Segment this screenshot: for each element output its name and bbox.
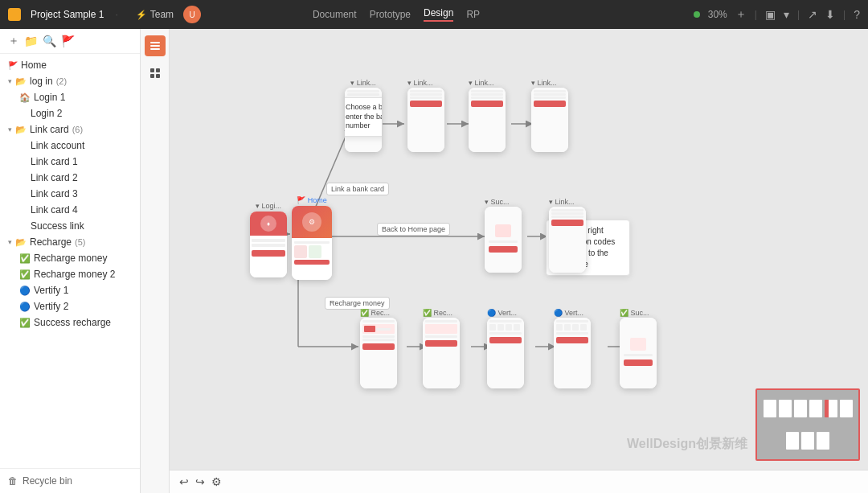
flag-button[interactable]: 🚩 — [61, 35, 75, 47]
divider3: | — [843, 9, 845, 20]
minimap-card — [840, 400, 853, 417]
download-icon[interactable]: ⬇ — [825, 8, 835, 21]
sidebar-item-vertify2[interactable]: 🔵 Vertify 2 — [0, 298, 140, 314]
node-home[interactable]: 🚩 Home ⚙ — [292, 196, 332, 280]
minimap-card — [825, 400, 837, 417]
recycle-icon: 🗑 — [8, 475, 18, 487]
linkcard-group-label: Link card — [30, 124, 69, 135]
sidebar-item-link-account[interactable]: Link account — [0, 138, 140, 154]
login-badge: (2) — [56, 76, 67, 86]
folder-icon2: 📂 — [15, 125, 27, 135]
callout-back-home: Back to Home page — [377, 223, 450, 236]
linkcard3-label: Link card 3 — [19, 188, 78, 199]
sidebar-item-linkcard4[interactable]: Link card 4 — [0, 202, 140, 218]
sidebar-item-login1[interactable]: 🏠 Login 1 — [0, 89, 140, 105]
design-canvas[interactable]: ▾ Logi... ♦ 🚩 Home ⚙ — [170, 29, 868, 493]
left-icon-panel — [141, 29, 170, 493]
help-icon[interactable]: ? — [854, 8, 860, 21]
recycle-bin-label: Recycle bin — [23, 475, 72, 487]
redo-button[interactable]: ↪ — [195, 475, 205, 488]
recharge-badge: (5) — [75, 237, 85, 247]
sidebar-item-recharge-money[interactable]: ✅ Recharge money — [0, 250, 140, 266]
node-link5[interactable]: ▾ Link... — [549, 198, 575, 207]
node-vert1[interactable]: 🔵 Vert... — [487, 309, 517, 318]
node-suc2[interactable]: ✅ Suc... — [620, 309, 649, 318]
folder-icon3: 📂 — [15, 237, 27, 248]
node-vert2[interactable]: 🔵 Vert... — [554, 309, 583, 318]
minimap — [755, 388, 860, 461]
monitor-icon[interactable]: ▣ — [765, 8, 776, 21]
svg-rect-2 — [150, 48, 160, 50]
login1-label: Login 1 — [34, 92, 65, 103]
search-button[interactable]: 🔍 — [43, 35, 56, 47]
layers-panel-button[interactable] — [145, 35, 166, 56]
divider2: | — [797, 9, 800, 20]
app-logo — [8, 8, 21, 21]
settings-button[interactable]: ⚙ — [211, 475, 222, 488]
minimap-card — [817, 432, 829, 450]
add-icon[interactable]: ＋ — [735, 7, 747, 22]
minimap-card — [764, 400, 776, 417]
svg-rect-6 — [156, 74, 160, 78]
green-check-icon3: ✅ — [19, 318, 31, 328]
sidebar-item-linkcard2[interactable]: Link card 2 — [0, 170, 140, 186]
sidebar-pages-list: 🚩 Home ▾ 📂 log in (2) 🏠 Login 1 Login 2 … — [0, 54, 140, 468]
green-check-icon: ✅ — [19, 253, 31, 264]
node-link1[interactable]: ▾ Link... Choose a bank and enter the ba… — [345, 79, 382, 152]
login-group-label: log in — [30, 76, 53, 87]
node-link2[interactable]: ▾ Link... — [407, 79, 433, 88]
sidebar-item-login2[interactable]: Login 2 — [0, 105, 140, 121]
team-button[interactable]: ⚡ Team — [136, 9, 174, 20]
svg-rect-4 — [156, 68, 160, 72]
sidebar-group-recharge[interactable]: ▾ 📂 Recharge (5) — [0, 234, 140, 250]
assets-panel-button[interactable] — [145, 63, 166, 84]
green-check-icon2: ✅ — [19, 269, 31, 280]
nav-document[interactable]: Document — [313, 9, 357, 20]
svg-rect-1 — [150, 45, 160, 47]
svg-rect-0 — [150, 42, 160, 43]
share-icon[interactable]: ↗ — [808, 8, 817, 21]
caret-icon: ▾ — [8, 77, 12, 85]
top-nav: Document Prototype Design RP — [313, 7, 480, 22]
node-rec1[interactable]: ✅ Rec... — [360, 309, 390, 318]
sidebar-item-linkcard3[interactable]: Link card 3 — [0, 186, 140, 202]
node-link3[interactable]: ▾ Link... — [469, 79, 494, 88]
svg-rect-3 — [150, 68, 154, 72]
add-page-button[interactable]: ＋ — [8, 34, 19, 48]
page-icon: 🏠 — [19, 92, 31, 103]
sidebar-item-success-link[interactable]: Success link — [0, 218, 140, 234]
nav-design[interactable]: Design — [424, 7, 453, 22]
recycle-bin-button[interactable]: 🗑 Recycle bin — [0, 468, 140, 493]
sidebar-item-vertify1[interactable]: 🔵 Vertify 1 — [0, 282, 140, 298]
new-folder-button[interactable]: 📁 — [24, 35, 38, 47]
vertify2-label: Vertify 2 — [34, 301, 68, 312]
node-logi[interactable]: ▾ Logi... ♦ — [250, 202, 287, 277]
status-indicator — [694, 11, 700, 18]
recharge-group-label: Recharge — [30, 236, 72, 248]
sidebar-item-success-recharge[interactable]: ✅ Success recharge — [0, 314, 140, 331]
linkcard-badge: (6) — [72, 125, 83, 134]
expand-icon[interactable]: ▾ — [784, 8, 789, 21]
assets-icon — [149, 67, 162, 80]
project-title[interactable]: Project Sample 1 — [31, 9, 104, 20]
sidebar-item-home[interactable]: 🚩 Home — [0, 57, 140, 73]
layers-icon — [149, 39, 162, 52]
sidebar-item-linkcard1[interactable]: Link card 1 — [0, 154, 140, 170]
node-suc1[interactable]: ▾ Suc... — [485, 198, 510, 207]
sidebar-group-linkcard[interactable]: ▾ 📂 Link card (6) — [0, 121, 140, 138]
user-avatar[interactable]: U — [183, 6, 201, 23]
login2-label: Login 2 — [19, 108, 62, 119]
node-link4[interactable]: ▾ Link... — [531, 79, 557, 88]
folder-icon: 📂 — [15, 76, 27, 87]
nav-prototype[interactable]: Prototype — [370, 9, 411, 20]
undo-button[interactable]: ↩ — [179, 475, 189, 488]
status-percent: 30% — [708, 9, 727, 20]
vertify1-label: Vertify 1 — [34, 285, 68, 296]
minimap-card — [779, 400, 792, 417]
nav-rp[interactable]: RP — [466, 9, 480, 20]
sidebar-group-login[interactable]: ▾ 📂 log in (2) — [0, 73, 140, 89]
sidebar-toolbar: ＋ 📁 🔍 🚩 — [0, 29, 140, 54]
caret-icon2: ▾ — [8, 125, 12, 134]
node-rec2[interactable]: ✅ Rec... — [423, 309, 452, 318]
sidebar-item-recharge-money2[interactable]: ✅ Recharge money 2 — [0, 266, 140, 282]
